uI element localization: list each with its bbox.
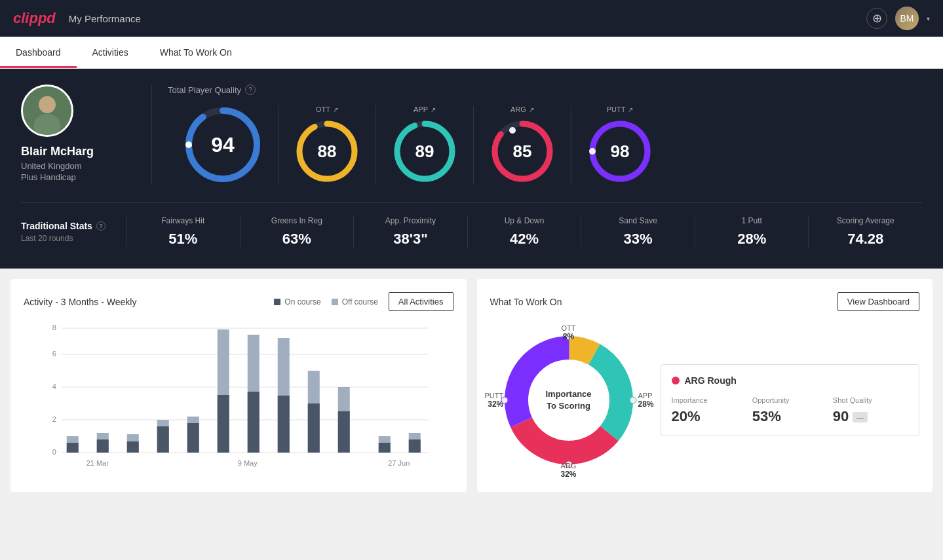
svg-point-5 (185, 141, 192, 148)
bar-chart-svg: 0 2 4 6 8 (24, 322, 453, 479)
stat-sandsave-value: 33% (592, 231, 684, 248)
svg-text:9 May: 9 May (238, 459, 258, 467)
legend-off-course: Off course (332, 297, 378, 307)
all-activities-button[interactable]: All Activities (389, 292, 453, 311)
stat-oneputt: 1 Putt 28% (695, 216, 809, 248)
add-button[interactable]: ⊕ (866, 8, 887, 29)
avatar[interactable]: BM (895, 7, 919, 30)
svg-rect-49 (409, 439, 421, 453)
donut-center-text: ImportanceTo Scoring (545, 388, 591, 412)
stat-proximity-value: 38'3" (364, 231, 457, 248)
detail-metrics: Importance 20% Opportunity 53% Shot Qual… (672, 396, 909, 425)
app-segment-label: APP 28% (638, 392, 653, 409)
metric-shot-quality: Shot Quality 90 — (833, 396, 908, 425)
svg-rect-27 (67, 443, 79, 453)
workon-body: ImportanceTo Scoring OTT 8% APP 28% ARG … (490, 322, 920, 479)
app-label: APP ↗ (414, 105, 436, 113)
arg-trend: ↗ (529, 106, 534, 113)
svg-rect-47 (379, 443, 391, 453)
svg-rect-39 (248, 392, 260, 453)
putt-trend: ↗ (628, 106, 633, 113)
svg-text:21 Mar: 21 Mar (87, 459, 109, 467)
off-course-dot (332, 299, 338, 305)
on-course-dot (274, 299, 280, 305)
chart-legend: On course Off course All Activities (274, 292, 453, 311)
stat-fairways-value: 51% (137, 231, 229, 248)
ott-trend: ↗ (333, 106, 338, 113)
stats-label-section: Traditional Stats ? Last 20 rounds (21, 221, 126, 243)
tab-what-to-work-on[interactable]: What To Work On (144, 37, 248, 68)
stat-sandsave: Sand Save 33% (581, 216, 695, 248)
stat-proximity-label: App. Proximity (364, 216, 457, 225)
putt-score: 98 (611, 141, 630, 162)
svg-point-1 (39, 96, 56, 113)
main-gauge-circle: 94 (183, 105, 262, 184)
svg-text:2: 2 (52, 415, 56, 423)
svg-point-2 (34, 114, 61, 137)
app-score: 89 (415, 141, 434, 162)
stat-gir-value: 63% (251, 231, 343, 248)
header: clippd My Performance ⊕ BM ▾ (0, 0, 943, 37)
main-score: 94 (211, 133, 235, 157)
tabs-bar: Dashboard Activities What To Work On (0, 37, 943, 69)
arg-gauge-circle: 85 (490, 119, 555, 184)
svg-text:6: 6 (52, 350, 56, 358)
view-dashboard-button[interactable]: View Dashboard (837, 292, 919, 311)
ott-score: 88 (318, 141, 337, 162)
app-gauge-circle: 89 (392, 119, 457, 184)
stat-fairways: Fairways Hit 51% (126, 216, 240, 248)
chart-panel: Activity - 3 Months - Weekly On course O… (10, 279, 467, 492)
svg-point-59 (630, 397, 636, 403)
ott-segment-label: OTT 8% (562, 324, 576, 341)
hero-section: Blair McHarg United Kingdom Plus Handica… (0, 69, 943, 269)
svg-rect-35 (187, 423, 199, 453)
main-gauge: 94 (168, 105, 279, 184)
stats-sublabel: Last 20 rounds (21, 234, 126, 243)
stat-proximity: App. Proximity 38'3" (353, 216, 467, 248)
workon-title: What To Work On (490, 297, 562, 307)
metric-opportunity: Opportunity 53% (752, 396, 828, 425)
stat-gir: Greens In Reg 63% (240, 216, 354, 248)
quality-section: Total Player Quality ? 94 (152, 84, 922, 184)
stat-gir-label: Greens In Reg (251, 216, 343, 225)
svg-rect-41 (278, 396, 290, 453)
stats-row: Traditional Stats ? Last 20 rounds Fairw… (21, 202, 922, 248)
donut-chart: ImportanceTo Scoring OTT 8% APP 28% ARG … (490, 322, 647, 479)
player-avatar (21, 84, 73, 137)
svg-rect-37 (218, 395, 229, 453)
player-handicap: Plus Handicap (21, 172, 76, 182)
svg-rect-43 (308, 403, 320, 453)
stat-updown-value: 42% (478, 231, 571, 248)
app-trend: ↗ (431, 106, 436, 113)
chart-header: Activity - 3 Months - Weekly On course O… (24, 292, 453, 311)
avatar-initials: BM (900, 13, 914, 24)
scores-row: 94 OTT ↗ 88 (168, 105, 922, 184)
stat-scoring-value: 74.28 (819, 231, 912, 248)
tab-dashboard[interactable]: Dashboard (0, 37, 77, 68)
stat-oneputt-value: 28% (706, 231, 798, 248)
arg-segment-label: ARG 32% (560, 462, 576, 479)
stat-fairways-label: Fairways Hit (137, 216, 229, 225)
stat-scoring-label: Scoring Average (819, 216, 912, 225)
chevron-down-icon: ▾ (927, 15, 930, 22)
arg-score: 85 (513, 141, 532, 162)
stat-updown-label: Up & Down (478, 216, 571, 225)
stats-help-icon[interactable]: ? (96, 221, 106, 231)
header-title: My Performance (69, 13, 141, 24)
tab-activities[interactable]: Activities (77, 37, 144, 68)
bottom-section: Activity - 3 Months - Weekly On course O… (0, 269, 943, 502)
header-left: clippd My Performance (13, 10, 141, 27)
arg-label: ARG ↗ (510, 105, 534, 113)
detail-dot (672, 377, 680, 384)
workon-panel: What To Work On View Dashboard (477, 279, 933, 492)
player-card: Blair McHarg United Kingdom Plus Handica… (21, 84, 152, 184)
svg-point-12 (509, 127, 516, 134)
legend-on-course: On course (274, 297, 320, 307)
header-right: ⊕ BM ▾ (866, 7, 930, 30)
stat-sandsave-label: Sand Save (592, 216, 684, 225)
help-icon[interactable]: ? (245, 84, 256, 95)
putt-gauge-circle: 98 (587, 119, 653, 184)
svg-rect-29 (97, 439, 109, 453)
plus-icon: ⊕ (872, 11, 882, 26)
svg-text:27 Jun: 27 Jun (388, 459, 410, 467)
